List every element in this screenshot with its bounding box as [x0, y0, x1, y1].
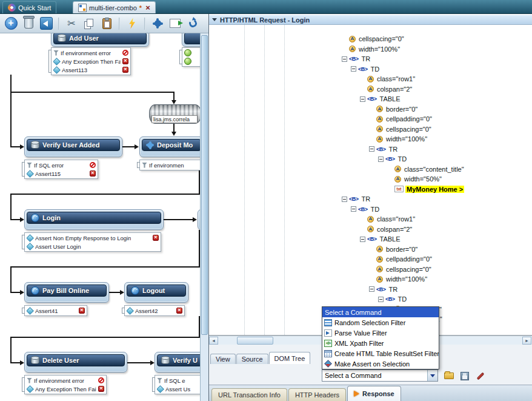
tree-row[interactable]: Awidth="100%"	[209, 274, 532, 284]
settings-button[interactable]	[150, 16, 165, 32]
tree-row[interactable]: Acellpadding="0"	[209, 254, 532, 264]
dom-tree[interactable]: Acellspacing="0"Awidth="100%"<B>TR<B>TDA…	[209, 25, 532, 335]
close-tab-icon[interactable]	[145, 4, 150, 12]
menu-item-random-selection-filter[interactable]: Random Selection Filter	[322, 317, 439, 328]
node-verify-user-added[interactable]: Verify User Added	[24, 136, 122, 157]
tree-row[interactable]: <B>TR	[209, 194, 532, 204]
scroll-left-arrow[interactable]: ◄	[209, 337, 218, 345]
tree-collapse-icon[interactable]	[360, 96, 365, 102]
tree-row[interactable]: Acellspacing="0"	[209, 34, 532, 44]
tree-collapse-icon[interactable]	[342, 56, 347, 62]
tree-row[interactable]: Acellpadding="0"	[209, 114, 532, 124]
tree-row[interactable]: Aclass="row1"	[209, 214, 532, 224]
no-run-icon[interactable]	[98, 377, 104, 383]
combo-dropdown-button[interactable]	[427, 370, 437, 381]
tree-row[interactable]: <B>TR	[209, 285, 532, 294]
fail-x-icon[interactable]	[122, 67, 128, 73]
tree-row[interactable]: Acolspan="2"	[209, 224, 532, 234]
node-delete-user[interactable]: Delete User	[24, 352, 127, 372]
back-button[interactable]	[39, 16, 53, 32]
tab-http-headers[interactable]: HTTP Headers	[288, 388, 346, 401]
tree-collapse-icon[interactable]	[351, 206, 356, 212]
tree-row[interactable]: Aborder="0"	[209, 244, 532, 254]
assertion-row[interactable]: Any Exception Then Fail	[27, 385, 104, 393]
node-deposit-money[interactable]: Deposit Mo	[139, 136, 200, 157]
tree-row[interactable]: Acellspacing="0"	[209, 265, 532, 274]
node-login[interactable]: Login	[24, 209, 164, 230]
cut-button[interactable]	[64, 16, 79, 32]
tab-source[interactable]: Source	[236, 354, 268, 364]
menu-item-make-assert-on-selection[interactable]: Make Assert on Selection	[322, 359, 439, 369]
tree-collapse-icon[interactable]	[378, 157, 384, 162]
fail-x-icon[interactable]	[122, 58, 128, 64]
assertion-row[interactable]	[184, 49, 200, 57]
export-button[interactable]	[168, 16, 182, 32]
assertion-row[interactable]: If environmen	[142, 161, 200, 169]
node-pay-bill-online[interactable]: Pay Bill Online	[24, 282, 109, 303]
tab-dom-tree[interactable]: DOM Tree	[269, 352, 311, 364]
tree-row[interactable]: Awidth="100%"	[209, 44, 532, 54]
tab-quick-start[interactable]: Quick Start	[2, 1, 56, 13]
no-run-icon[interactable]	[90, 162, 96, 168]
tree-row[interactable]: <B>TR	[209, 144, 532, 154]
menu-item-create-html-table-resultset-filter[interactable]: Create HTML Table ResultSet Filter	[322, 348, 439, 359]
tree-row[interactable]: txtMyMoney Home >	[209, 184, 532, 194]
scrollbar-thumb[interactable]	[237, 337, 273, 345]
tree-row[interactable]: Awidth="100%"	[209, 134, 532, 144]
assertion-row[interactable]: Assert Non Empty Response to Login	[27, 234, 159, 242]
tree-collapse-icon[interactable]	[369, 286, 374, 292]
tree-row[interactable]: Aborder="0"	[209, 104, 532, 114]
tree-collapse-icon[interactable]	[351, 66, 356, 72]
tree-row[interactable]: Awidth="50%"	[209, 174, 532, 184]
fail-x-icon[interactable]	[176, 308, 182, 314]
panel-header[interactable]: HTTP/HTML Request - Login	[209, 15, 532, 25]
node-verify-user[interactable]: Verify U	[155, 352, 200, 372]
assertion-row[interactable]: If SQL error	[27, 161, 96, 169]
tree-row[interactable]: <B>TD	[209, 294, 532, 304]
assertion-row[interactable]: If SQL e	[157, 376, 200, 385]
fail-x-icon[interactable]	[90, 170, 96, 177]
menu-item-xml-xpath-filter[interactable]: XML Xpath Filter	[322, 338, 439, 348]
assertion-row[interactable]: Assert Us	[157, 385, 200, 393]
tree-collapse-icon[interactable]	[342, 197, 347, 202]
tree-row[interactable]: Acellspacing="0"	[209, 124, 532, 134]
fail-x-icon[interactable]	[153, 235, 159, 241]
node-partial-top-right[interactable]	[182, 33, 200, 47]
scroll-right-arrow[interactable]: ►	[522, 337, 531, 345]
tree-row[interactable]: <B>TD	[209, 64, 532, 74]
command-combo[interactable]: Select a Command	[322, 369, 438, 382]
tree-row[interactable]: <B>TD	[209, 204, 532, 214]
workflow-canvas[interactable]: Add UserIf environment errorAny Exceptio…	[0, 33, 200, 401]
tree-row[interactable]: Aclass="row1"	[209, 74, 532, 84]
tree-row[interactable]: Acolspan="2"	[209, 84, 532, 94]
open-button[interactable]	[443, 370, 455, 382]
menu-item-parse-value-filter[interactable]: Parse Value Filter	[322, 328, 439, 338]
tree-row[interactable]: <B>TABLE	[209, 234, 532, 244]
fail-x-icon[interactable]	[98, 386, 104, 392]
add-step-button[interactable]	[4, 16, 18, 32]
save-button[interactable]	[459, 370, 471, 382]
paste-button[interactable]	[99, 16, 114, 32]
assertion-row[interactable]	[184, 57, 200, 66]
tree-collapse-icon[interactable]	[369, 146, 374, 152]
tree-row[interactable]: <B>TR	[209, 54, 532, 64]
node-add-user[interactable]: Add User	[51, 33, 149, 47]
assertion-row[interactable]: If environment error	[53, 49, 128, 57]
copy-button[interactable]	[82, 16, 96, 32]
assertion-row[interactable]: Assert42	[127, 306, 182, 315]
run-test-button[interactable]	[125, 16, 139, 32]
tree-row[interactable]: <B>TD	[209, 154, 532, 164]
tab-view[interactable]: View	[210, 354, 236, 364]
tree-row[interactable]: <B>TABLE	[209, 94, 532, 104]
tab-url-transaction-info[interactable]: URL Transaction Info	[211, 388, 287, 401]
delete-button[interactable]	[21, 16, 36, 32]
tree-row[interactable]: Aclass="content_title"	[209, 164, 532, 174]
assertion-row[interactable]: Assert41	[27, 306, 85, 315]
assertion-row[interactable]: Assert113	[53, 66, 128, 74]
node-logout[interactable]: Logout	[124, 282, 188, 303]
deploy-button[interactable]	[185, 16, 200, 32]
tab-response[interactable]: Response	[347, 386, 401, 401]
tree-collapse-icon[interactable]	[378, 297, 384, 302]
no-run-icon[interactable]	[122, 50, 128, 56]
clear-button[interactable]	[474, 370, 487, 382]
